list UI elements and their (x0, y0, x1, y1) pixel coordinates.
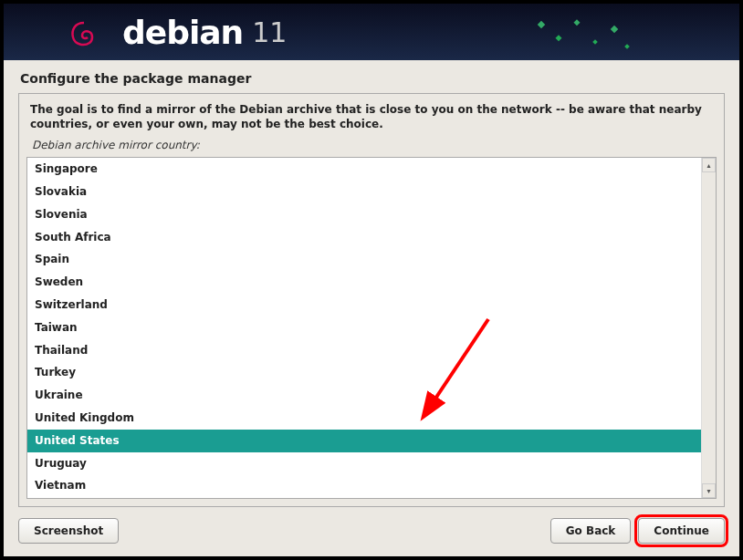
list-item[interactable]: Ukraine (27, 384, 701, 407)
brand-name: debian (122, 14, 243, 51)
installer-window: debian 11 Configure the package manager … (4, 4, 739, 556)
debian-swirl-icon (66, 17, 102, 54)
button-bar: Screenshot Go Back Continue (4, 507, 739, 556)
svg-rect-1 (555, 35, 561, 41)
description-text: The goal is to find a mirror of the Debi… (26, 101, 717, 139)
version-number: 11 (252, 16, 287, 48)
list-item[interactable]: Sweden (27, 271, 701, 294)
page-title: Configure the package manager (4, 60, 739, 93)
svg-rect-0 (538, 21, 545, 28)
svg-rect-3 (592, 39, 598, 45)
content-frame: The goal is to find a mirror of the Debi… (18, 93, 725, 507)
list-item[interactable]: Turkey (27, 361, 701, 384)
list-item[interactable]: Singapore (27, 158, 701, 181)
list-item[interactable]: Switzerland (27, 294, 701, 316)
svg-rect-5 (624, 44, 630, 49)
list-item[interactable]: Thailand (27, 339, 701, 362)
right-button-group: Go Back Continue (550, 518, 725, 544)
scroll-down-icon[interactable]: ▾ (702, 483, 716, 498)
svg-rect-2 (573, 19, 580, 26)
list-item[interactable]: Slovenia (27, 203, 701, 226)
list-item[interactable]: Uruguay (27, 452, 701, 475)
svg-rect-4 (611, 26, 618, 33)
list-item[interactable]: Vietnam (27, 474, 701, 497)
go-back-button[interactable]: Go Back (550, 518, 632, 544)
list-item[interactable]: United States (27, 430, 701, 452)
list-item[interactable]: Spain (27, 248, 701, 271)
list-item[interactable]: South Africa (27, 226, 701, 249)
scrollbar[interactable]: ▴ ▾ (701, 158, 716, 498)
list-item[interactable]: United Kingdom (27, 407, 701, 430)
list-item[interactable]: Slovakia (27, 181, 701, 203)
scroll-up-icon[interactable]: ▴ (702, 158, 716, 172)
continue-button[interactable]: Continue (638, 518, 725, 544)
list-item[interactable]: Taiwan (27, 316, 701, 339)
country-list[interactable]: SingaporeSlovakiaSloveniaSouth AfricaSpa… (27, 158, 701, 498)
scroll-thumb[interactable] (702, 172, 716, 483)
list-container: SingaporeSlovakiaSloveniaSouth AfricaSpa… (26, 157, 717, 499)
decorative-dots-icon (529, 13, 639, 58)
list-label: Debian archive mirror country: (26, 139, 717, 157)
header-banner: debian 11 (4, 4, 739, 60)
screenshot-button[interactable]: Screenshot (18, 518, 119, 544)
